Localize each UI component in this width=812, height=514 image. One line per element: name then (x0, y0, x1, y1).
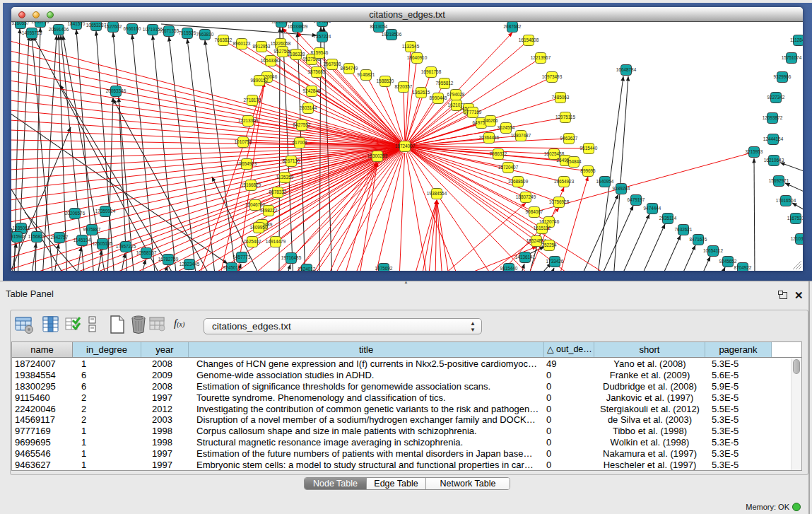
svg-text:9389284: 9389284 (613, 186, 630, 191)
svg-text:2967608: 2967608 (324, 62, 341, 66)
svg-text:9777169: 9777169 (464, 110, 482, 115)
svg-text:8912953: 8912953 (253, 44, 271, 49)
svg-text:15226058: 15226058 (271, 41, 291, 46)
svg-text:10671355: 10671355 (159, 28, 180, 33)
svg-text:9457771: 9457771 (233, 255, 251, 259)
svg-text:12093872: 12093872 (763, 115, 783, 120)
svg-text:3215953: 3215953 (746, 149, 763, 154)
svg-text:7485063: 7485063 (552, 95, 570, 100)
svg-text:252254: 252254 (541, 243, 557, 247)
svg-text:1156829: 1156829 (28, 234, 46, 239)
svg-text:8267130: 8267130 (283, 158, 300, 163)
svg-text:18807249: 18807249 (516, 194, 536, 199)
svg-text:8427552: 8427552 (293, 122, 311, 127)
svg-text:4498222: 4498222 (260, 208, 278, 213)
svg-text:1841570: 1841570 (68, 22, 86, 26)
svg-text:8960123: 8960123 (233, 41, 251, 46)
svg-text:9463627: 9463627 (560, 136, 578, 141)
svg-text:1409950: 1409950 (250, 225, 268, 230)
svg-text:9227342: 9227342 (767, 95, 785, 100)
svg-text:2935114: 2935114 (659, 216, 677, 221)
svg-text:10756928: 10756928 (549, 199, 570, 204)
svg-text:19218506: 19218506 (382, 32, 402, 37)
svg-text:8186328: 8186328 (288, 52, 305, 57)
svg-text:9515440: 9515440 (580, 146, 598, 151)
svg-text:8990448: 8990448 (430, 95, 447, 100)
svg-text:2942757: 2942757 (51, 235, 69, 240)
svg-text:16543382: 16543382 (261, 58, 281, 63)
svg-text:20691406: 20691406 (49, 27, 69, 32)
svg-text:12103454: 12103454 (791, 236, 803, 241)
svg-text:7663822: 7663822 (215, 37, 233, 42)
svg-text:18300295: 18300295 (367, 153, 388, 158)
svg-text:10046766: 10046766 (245, 202, 266, 207)
svg-text:20053346: 20053346 (106, 88, 126, 93)
svg-text:14055713: 14055713 (22, 30, 42, 35)
svg-text:20364436: 20364436 (479, 135, 500, 140)
svg-text:6966160: 6966160 (124, 26, 141, 31)
svg-text:12444154: 12444154 (763, 136, 784, 141)
svg-text:9329966: 9329966 (774, 74, 792, 79)
svg-text:6479197: 6479197 (628, 197, 645, 202)
svg-text:10973493: 10973493 (542, 74, 563, 79)
svg-text:254844: 254844 (566, 159, 582, 164)
svg-text:9245652: 9245652 (719, 259, 737, 264)
svg-text:8878332: 8878332 (269, 189, 287, 194)
svg-text:19384554: 19384554 (427, 191, 447, 196)
svg-text:9160557: 9160557 (12, 22, 30, 25)
svg-text:9890152: 9890152 (251, 78, 269, 83)
svg-text:12213369: 12213369 (238, 118, 259, 123)
svg-text:16961758: 16961758 (421, 69, 442, 74)
svg-text:1285061: 1285061 (13, 226, 30, 230)
svg-text:16648784: 16648784 (616, 67, 637, 72)
svg-text:1588520: 1588520 (377, 78, 394, 83)
svg-text:10653287: 10653287 (86, 23, 107, 28)
svg-text:899695: 899695 (580, 168, 596, 173)
svg-text:16154808: 16154808 (519, 37, 539, 42)
svg-text:9975887: 9975887 (83, 227, 101, 232)
svg-text:2055718: 2055718 (32, 22, 49, 24)
svg-text:15720407: 15720407 (498, 165, 519, 170)
svg-text:12213967: 12213967 (531, 55, 551, 60)
svg-text:9146821: 9146821 (358, 72, 375, 77)
svg-text:7625402: 7625402 (244, 239, 261, 244)
svg-text:10958107: 10958107 (136, 250, 157, 255)
svg-text:10807487: 10807487 (511, 133, 531, 138)
svg-text:16033809: 16033809 (288, 24, 308, 29)
svg-text:9084067: 9084067 (526, 209, 543, 214)
svg-text:17957225: 17957225 (116, 244, 136, 249)
svg-text:14914479: 14914479 (266, 239, 286, 244)
svg-text:6794028: 6794028 (447, 92, 465, 97)
svg-text:12975115: 12975115 (555, 115, 575, 119)
svg-text:9245011: 9245011 (223, 265, 241, 270)
svg-text:1640954: 1640954 (596, 179, 614, 184)
svg-text:8704922: 8704922 (734, 265, 752, 270)
svg-text:2803144: 2803144 (300, 105, 317, 110)
svg-text:1167533: 1167533 (787, 216, 803, 221)
svg-text:7515526: 7515526 (179, 30, 196, 35)
svg-text:14136141: 14136141 (515, 255, 536, 259)
svg-text:15751074: 15751074 (782, 55, 802, 60)
svg-text:1733426: 1733426 (546, 259, 564, 264)
svg-text:10688609: 10688609 (508, 179, 529, 184)
svg-text:3915948: 3915948 (11, 234, 26, 239)
svg-text:1527602: 1527602 (105, 24, 122, 29)
svg-text:3624554: 3624554 (498, 125, 515, 130)
svg-text:18724007: 18724007 (395, 144, 416, 148)
svg-text:1010755: 1010755 (235, 139, 252, 144)
svg-text:17359924: 17359924 (95, 209, 116, 214)
svg-text:8220357: 8220357 (395, 84, 413, 89)
svg-text:1362615: 1362615 (413, 90, 430, 95)
svg-text:8813054: 8813054 (370, 24, 388, 29)
svg-text:1615112: 1615112 (534, 226, 551, 230)
svg-text:8471676: 8471676 (690, 237, 707, 242)
svg-text:2087682: 2087682 (504, 24, 522, 29)
svg-text:19166829: 19166829 (241, 182, 261, 187)
svg-text:19716485: 19716485 (281, 255, 302, 260)
svg-text:15692971: 15692971 (769, 178, 789, 183)
svg-text:7663810: 7663810 (196, 32, 214, 37)
svg-text:7955812: 7955812 (436, 81, 454, 86)
svg-text:9474444: 9474444 (644, 206, 661, 211)
svg-text:8159546: 8159546 (311, 50, 329, 55)
svg-text:9815440: 9815440 (500, 266, 518, 271)
